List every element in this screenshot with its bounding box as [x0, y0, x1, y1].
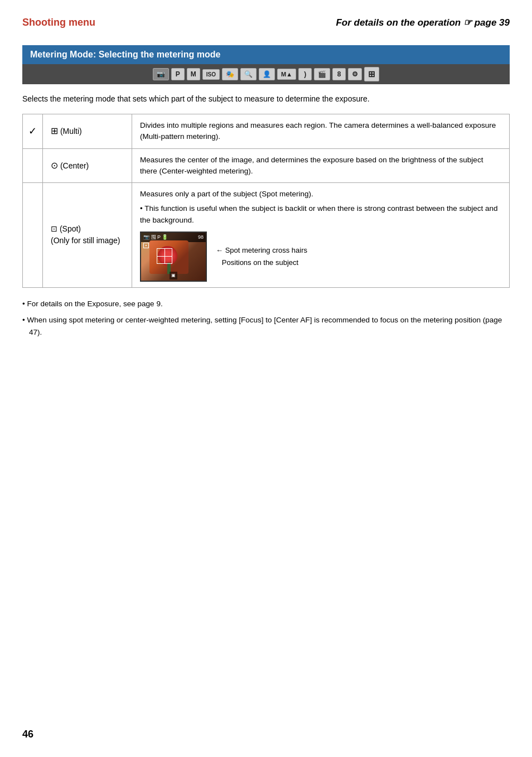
spot-image-area: 📷 囤 P 🔋 98	[140, 232, 501, 282]
spot-label-crosshairs: ← Spot metering cross hairs	[216, 244, 307, 257]
metering-table: ✓ ⊞ (Multi) Divides into multiple region…	[22, 114, 510, 288]
page-number: 46	[22, 729, 33, 740]
icon-scene3: 👤	[259, 68, 275, 80]
table-row: ⊡ (Spot)(Only for still image) Measures …	[23, 183, 510, 288]
check-cell-center	[23, 148, 43, 183]
notes-section: • For details on the Exposure, see page …	[22, 298, 510, 339]
crosshair-v	[165, 249, 165, 263]
spot-labels-text: ← Spot metering cross hairs Positions on…	[216, 244, 307, 269]
camera-screen-wrapper: 📷 囤 P 🔋 98	[140, 232, 207, 282]
spot-label-positions: Positions on the subject	[216, 257, 307, 269]
icon-8: 8	[332, 68, 346, 80]
icon-ma: M▲	[277, 69, 296, 80]
camera-battery-pct: 98	[198, 234, 204, 242]
icon-video: 🎬	[314, 68, 330, 80]
page-reference: For details on the operation ☞ page 39	[336, 17, 510, 28]
table-row: ⊙ (Center) Measures the center of the im…	[23, 148, 510, 183]
crosshair-box	[157, 248, 172, 264]
center-description: Measures the center of the image, and de…	[132, 148, 510, 183]
section-title: Metering Mode: Selecting the metering mo…	[22, 45, 510, 64]
spot-icon: ⊡	[51, 224, 57, 233]
icon-p: P	[171, 68, 185, 80]
spot-label: (Spot)(Only for still image)	[51, 224, 120, 245]
camera-screen: 📷 囤 P 🔋 98	[140, 232, 207, 282]
note-2: • When using spot metering or center-wei…	[22, 314, 510, 338]
table-row: ✓ ⊞ (Multi) Divides into multiple region…	[23, 114, 510, 149]
note-1: • For details on the Exposure, see page …	[22, 298, 510, 310]
icon-iso: ISO	[202, 69, 220, 80]
spot-bullet: • This function is useful when the subje…	[140, 203, 501, 226]
icon-paren: )	[298, 68, 312, 80]
camera-bottom-bar: ▣	[170, 272, 177, 279]
icon-grid: ⊞	[364, 67, 379, 81]
icon-scene2: 🔍	[240, 68, 257, 80]
check-cell-spot	[23, 183, 43, 288]
spot-description: Measures only a part of the subject (Spo…	[132, 183, 510, 288]
mode-cell-multi: ⊞ (Multi)	[43, 114, 132, 149]
section-label: Shooting menu	[22, 17, 95, 28]
check-cell: ✓	[23, 114, 43, 149]
icon-scene1: 🎭	[222, 68, 238, 80]
center-icon: ⊙	[51, 161, 58, 170]
selected-checkmark: ✓	[28, 126, 37, 137]
icon-m: M	[187, 68, 200, 80]
section-description: Selects the metering mode that sets whic…	[22, 93, 510, 105]
icon-camera: 📷	[153, 68, 169, 80]
icon-settings: ⚙	[348, 68, 362, 80]
center-label: (Center)	[60, 161, 89, 170]
multi-icon: ⊞	[51, 126, 58, 136]
multi-description: Divides into multiple regions and measur…	[132, 114, 510, 149]
multi-label: (Multi)	[60, 127, 82, 136]
spot-dot	[143, 243, 149, 248]
mode-cell-center: ⊙ (Center)	[43, 148, 132, 183]
mode-icon-bar: 📷 P M ISO 🎭 🔍 👤 M▲ ) 🎬 8 ⚙ ⊞	[22, 64, 510, 84]
page-header: Shooting menu For details on the operati…	[22, 17, 510, 28]
mode-cell-spot: ⊡ (Spot)(Only for still image)	[43, 183, 132, 288]
spot-desc-text: Measures only a part of the subject (Spo…	[140, 189, 501, 200]
